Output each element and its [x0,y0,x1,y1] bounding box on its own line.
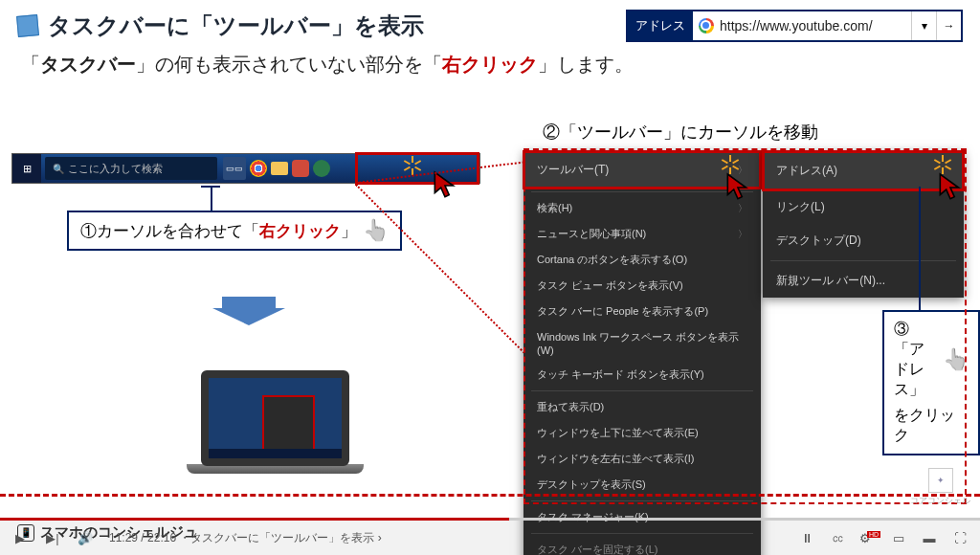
autoplay-toggle[interactable]: ⏸ [798,531,815,545]
video-controls: ▶ ▶| 🔊 11:29 / 22:16 ・タスクバーに「ツールバー」を表示 ›… [0,521,980,555]
fullscreen-button[interactable]: ⛶ [951,531,969,545]
step-1-label: ①カーソルを合わせて「右クリック」 👆 [67,211,402,251]
chrome-favicon-icon [699,18,714,33]
video-time: 11:29 / 22:16 ・タスクバーに「ツールバー」を表示 › [109,530,382,546]
start-button-icon[interactable]: ⊞ [12,154,41,183]
click-burst-icon [933,155,952,174]
tap-hand-icon: 👆 [943,347,969,372]
section-divider [0,494,980,497]
miniplayer-button[interactable]: ▭ [890,531,907,545]
chrome-taskbar-icon[interactable] [250,160,267,177]
app-icon[interactable] [292,160,309,177]
ctx-item-taskview[interactable]: タスク ビュー ボタンを表示(V) [523,273,761,299]
ctx-item-stack-v[interactable]: ウィンドウを上下に並べて表示(E) [523,420,761,446]
ctx-item-touch[interactable]: タッチ キーボード ボタンを表示(Y) [523,362,761,388]
address-toolbar-sample: アドレス https://www.youtube.com/ ▾ → [626,10,963,42]
windows-taskbar: ⊞ ここに入力して検索 ▭▭ [11,153,480,184]
step-2-label: ②「ツールバー」にカーソルを移動 [531,115,830,149]
theater-button[interactable]: ▬ [921,531,938,545]
ctx-item-stack-h[interactable]: ウィンドウを左右に並べて表示(I) [523,446,761,472]
ctx-item-ink[interactable]: Windows Ink ワークスペース ボタンを表示(W) [523,324,761,362]
sub-item-desktop[interactable]: デスクトップ(D) [763,224,964,257]
instruction-text: 「タスクバー」の何も表示されていない部分を「右クリック」します。 [0,48,980,87]
laptop-illustration [187,370,364,474]
ctx-item-cascade[interactable]: 重ねて表示(D) [523,394,761,420]
connector [919,187,921,311]
sub-item-link[interactable]: リンク(L) [763,190,964,224]
sub-item-new[interactable]: 新規ツール バー(N)... [763,264,964,298]
step-3-label: ③「アドレス」 👆 をクリック [882,310,980,455]
address-label: アドレス [628,11,693,40]
watermark-icon: ✦ [928,468,953,493]
captions-button[interactable]: ㏄ [829,529,846,546]
click-burst-icon [721,155,740,174]
next-button[interactable]: ▶| [44,531,61,545]
ctx-item-cortana[interactable]: Cortana のボタンを表示する(O) [523,247,761,273]
slide-bullet-icon [16,14,39,37]
address-go-button[interactable]: → [936,11,961,40]
connector [201,186,220,188]
taskview-icon[interactable]: ▭▭ [223,157,246,180]
volume-button[interactable]: 🔊 [77,531,94,545]
ctx-item-news[interactable]: ニュースと関心事項(N)〉 [523,221,761,247]
slide-title: タスクバーに「ツールバー」を表示 [48,11,424,41]
connector [211,186,212,212]
watermark: ✦ コアコンシェル [910,468,970,507]
taskbar-search[interactable]: ここに入力して検索 [45,157,217,180]
tap-hand-icon: 👆 [363,218,389,243]
ctx-item-people[interactable]: タスク バーに People を表示する(P) [523,299,761,324]
settings-button[interactable]: ⚙HD [859,531,877,545]
app-icon-2[interactable] [313,160,330,177]
address-url[interactable]: https://www.youtube.com/ [720,18,911,33]
address-dropdown[interactable]: ▾ [911,11,936,40]
click-burst-icon [403,156,422,175]
play-button[interactable]: ▶ [11,531,29,545]
explorer-icon[interactable] [271,162,288,175]
down-arrow-icon [211,297,287,325]
